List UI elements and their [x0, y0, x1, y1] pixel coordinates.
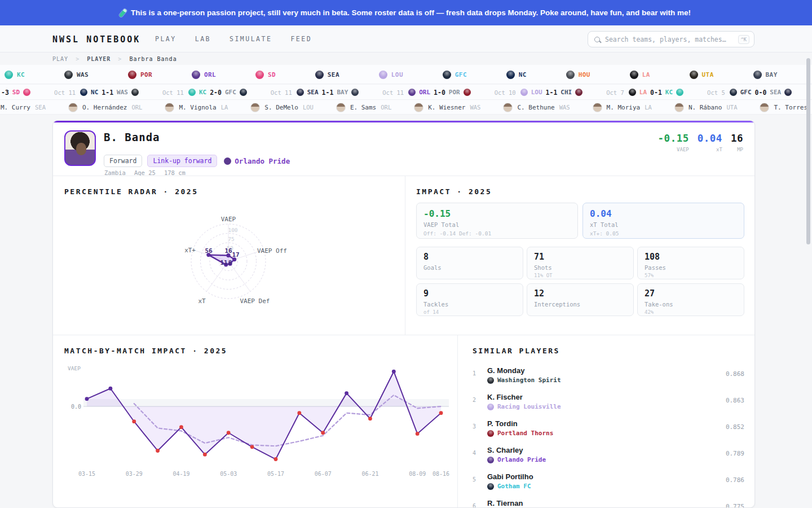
- match-data-point[interactable]: [156, 449, 160, 453]
- breadcrumb-separator: >: [118, 56, 122, 62]
- similarity-score: 0.786: [726, 476, 744, 484]
- nav-item-feed[interactable]: FEED: [290, 35, 312, 43]
- match-data-point[interactable]: [368, 417, 372, 421]
- match-data-point[interactable]: [203, 453, 207, 457]
- match-data-point[interactable]: [392, 370, 396, 374]
- team-badge-icon: [64, 71, 73, 79]
- score-ticker-item[interactable]: Oct 11KC2-0GFC: [162, 89, 247, 97]
- team-ticker-item[interactable]: HOU: [566, 71, 590, 79]
- player-ticker-team: ORL: [131, 104, 142, 111]
- player-ticker-item[interactable]: M. CurrySEA: [0, 103, 46, 112]
- team-abbr: LA: [642, 71, 650, 78]
- impact-stat-label: Shots: [534, 264, 626, 271]
- away-team-badge-icon: [23, 89, 30, 96]
- player-ticker-item[interactable]: E. SamsORL: [336, 103, 391, 112]
- similar-player-row[interactable]: 4S. CharleyOrlando Pride0.789: [473, 445, 744, 472]
- team-link[interactable]: Orlando Pride: [224, 157, 290, 165]
- similar-player-row[interactable]: 2K. FischerRacing Louisville0.863: [473, 392, 744, 419]
- home-team-abbr: LOU: [531, 89, 542, 96]
- player-ticker-item[interactable]: K. WiesnerWAS: [414, 103, 480, 112]
- player-ticker-team: LOU: [303, 104, 314, 111]
- app-logo[interactable]: NWSL NOTEBOOK: [52, 34, 140, 45]
- team-ticker-item[interactable]: LA: [630, 71, 650, 79]
- home-team-badge-icon: [188, 89, 196, 96]
- similar-player-row[interactable]: 5Gabi PortilhoGotham FC0.786: [473, 472, 744, 498]
- search-input[interactable]: [605, 36, 738, 43]
- player-ticker-item[interactable]: M. MoriyaLA: [593, 103, 652, 112]
- player-ticker-item[interactable]: M. VignolaLA: [165, 103, 228, 112]
- team-ticker-item[interactable]: BAY: [753, 71, 778, 79]
- nav-item-simulate[interactable]: SIMULATE: [230, 35, 272, 43]
- similar-player-row[interactable]: 1G. MondayWashington Spirit0.868: [473, 366, 744, 392]
- match-data-point[interactable]: [274, 457, 278, 461]
- banner-text: This is a one-person passion project, st…: [131, 8, 691, 17]
- match-data-point[interactable]: [297, 411, 301, 415]
- score-ticker-item[interactable]: Oct 11ORL1-0POR: [382, 89, 470, 97]
- match-data-point[interactable]: [345, 391, 348, 395]
- match-data-point[interactable]: [416, 432, 420, 436]
- match-impact-chart: VAEP0.003-1503-2904-1905-0305-1706-0706-…: [59, 362, 456, 493]
- match-data-point[interactable]: [439, 411, 443, 415]
- impact-stat-value: 27: [645, 288, 737, 299]
- home-team-badge-icon: [520, 89, 528, 96]
- away-team-abbr: BAY: [337, 89, 348, 96]
- team-ticker-item[interactable]: ORL: [192, 71, 216, 79]
- player-ticker-item[interactable]: N. RábanoUTA: [674, 103, 738, 112]
- team-ticker-item[interactable]: NC: [506, 71, 527, 79]
- player-ticker-item[interactable]: T. TorresGFC: [760, 103, 812, 112]
- player-ticker-item[interactable]: C. BethuneWAS: [503, 103, 570, 112]
- player-ticker-item[interactable]: O. HernándezORL: [68, 103, 142, 112]
- match-data-point[interactable]: [321, 431, 325, 435]
- nav-item-play[interactable]: PLAY: [155, 35, 176, 43]
- nav-item-lab[interactable]: LAB: [195, 35, 211, 43]
- impact-stat-card: 108Passes57%: [637, 247, 744, 279]
- breadcrumb-play[interactable]: PLAY: [52, 56, 68, 62]
- home-team-abbr: ORL: [419, 89, 430, 96]
- team-abbr: UTA: [702, 71, 714, 78]
- away-team-abbr: SD: [12, 89, 20, 96]
- svg-text:04-19: 04-19: [173, 471, 189, 477]
- similarity-score: 0.868: [726, 370, 744, 378]
- team-ticker-item[interactable]: KC: [5, 71, 25, 79]
- team-ticker-item[interactable]: SEA: [315, 71, 339, 79]
- team-badge-icon: [224, 157, 231, 165]
- team-ticker-item[interactable]: POR: [128, 71, 152, 79]
- team-badge-icon: [506, 71, 515, 79]
- match-data-point[interactable]: [250, 445, 254, 449]
- away-team-badge-icon: [351, 89, 359, 96]
- home-team-abbr: KC: [199, 89, 206, 96]
- away-team-badge-icon: [676, 89, 683, 96]
- away-team-badge-icon: [784, 89, 792, 96]
- team-ticker-item[interactable]: LOU: [379, 71, 403, 79]
- search-box[interactable]: ^K: [588, 31, 754, 47]
- match-data-point[interactable]: [108, 387, 112, 391]
- player-avatar: [503, 103, 513, 112]
- match-data-point[interactable]: [85, 397, 89, 401]
- score-ticker-item[interactable]: Oct 11SEA1-1BAY: [271, 89, 359, 97]
- score-ticker-item[interactable]: Oct 11NC1-1WAS: [54, 89, 139, 97]
- team-ticker-item[interactable]: SD: [255, 71, 276, 79]
- player-ticker-item[interactable]: S. DeMeloLOU: [250, 103, 314, 112]
- team-ticker-item[interactable]: GFC: [443, 71, 467, 79]
- match-date: Oct 10: [495, 89, 516, 96]
- match-data-point[interactable]: [227, 431, 231, 435]
- player-ticker-team: SEA: [35, 104, 46, 111]
- match-data-point[interactable]: [179, 425, 183, 429]
- team-ticker-item[interactable]: UTA: [690, 71, 714, 79]
- role-badge: Link-up forward: [147, 155, 217, 167]
- similar-player-row[interactable]: 3P. TordinPortland Thorns0.852: [473, 419, 744, 445]
- player-ticker-name: N. Rábano: [689, 104, 722, 111]
- similar-player-row[interactable]: 6R. Tiernan0.775: [473, 498, 744, 508]
- score-ticker-item[interactable]: Oct 10LOU1-1CHI: [495, 89, 582, 97]
- match-data-point[interactable]: [132, 419, 136, 423]
- score-ticker-item[interactable]: Oct 7LA0-1KC: [606, 89, 683, 97]
- match-score: 1-1: [102, 89, 113, 97]
- team-ticker-item[interactable]: WAS: [64, 71, 89, 79]
- breadcrumb-player[interactable]: PLAYER: [87, 56, 111, 62]
- similarity-score: 0.789: [726, 450, 744, 457]
- score-ticker-item[interactable]: Oct 5GFC0-0SEA: [707, 89, 792, 97]
- scrollbar-thumb[interactable]: [806, 58, 810, 244]
- score-ticker-item[interactable]: -3SD: [1, 89, 30, 97]
- match-score: 1-1: [546, 89, 558, 97]
- similar-player-rank: 5: [473, 476, 476, 483]
